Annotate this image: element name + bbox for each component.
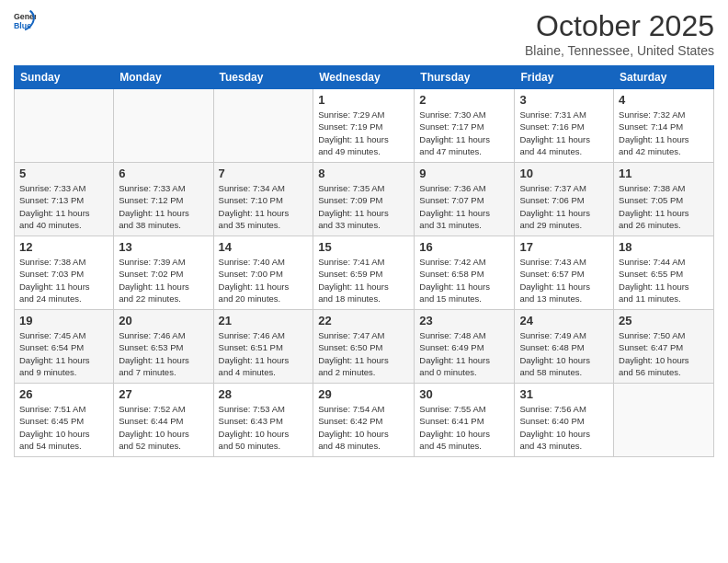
day-info: Sunrise: 7:34 AM Sunset: 7:10 PM Dayligh… xyxy=(219,182,309,231)
table-row: 2Sunrise: 7:30 AM Sunset: 7:17 PM Daylig… xyxy=(415,89,515,163)
day-info: Sunrise: 7:44 AM Sunset: 6:55 PM Dayligh… xyxy=(619,256,709,304)
day-number: 25 xyxy=(619,314,709,327)
col-tuesday: Tuesday xyxy=(213,66,313,89)
calendar-week-row: 26Sunrise: 7:51 AM Sunset: 6:45 PM Dayli… xyxy=(15,384,714,457)
table-row: 8Sunrise: 7:35 AM Sunset: 7:09 PM Daylig… xyxy=(313,163,415,236)
day-number: 5 xyxy=(19,167,108,180)
day-info: Sunrise: 7:38 AM Sunset: 7:03 PM Dayligh… xyxy=(19,256,108,304)
table-row: 31Sunrise: 7:56 AM Sunset: 6:40 PM Dayli… xyxy=(515,384,614,457)
page-container: General Blue October 2025 Blaine, Tennes… xyxy=(0,0,728,563)
col-wednesday: Wednesday xyxy=(313,66,415,89)
day-info: Sunrise: 7:30 AM Sunset: 7:17 PM Dayligh… xyxy=(419,109,509,157)
day-number: 22 xyxy=(318,314,409,327)
table-row: 18Sunrise: 7:44 AM Sunset: 6:55 PM Dayli… xyxy=(614,236,714,310)
day-info: Sunrise: 7:46 AM Sunset: 6:53 PM Dayligh… xyxy=(119,329,208,378)
table-row: 30Sunrise: 7:55 AM Sunset: 6:41 PM Dayli… xyxy=(415,384,515,457)
day-info: Sunrise: 7:49 AM Sunset: 6:48 PM Dayligh… xyxy=(519,329,609,378)
day-info: Sunrise: 7:40 AM Sunset: 7:00 PM Dayligh… xyxy=(219,256,309,304)
col-saturday: Saturday xyxy=(614,66,714,89)
table-row: 24Sunrise: 7:49 AM Sunset: 6:48 PM Dayli… xyxy=(515,310,614,384)
day-info: Sunrise: 7:47 AM Sunset: 6:50 PM Dayligh… xyxy=(318,329,409,378)
month-title: October 2025 xyxy=(525,9,714,43)
day-number: 6 xyxy=(119,167,208,180)
day-info: Sunrise: 7:56 AM Sunset: 6:40 PM Dayligh… xyxy=(519,403,609,452)
day-info: Sunrise: 7:45 AM Sunset: 6:54 PM Dayligh… xyxy=(19,329,108,378)
day-info: Sunrise: 7:52 AM Sunset: 6:44 PM Dayligh… xyxy=(119,403,208,452)
calendar-week-row: 19Sunrise: 7:45 AM Sunset: 6:54 PM Dayli… xyxy=(15,310,714,384)
day-number: 31 xyxy=(519,387,609,401)
day-number: 21 xyxy=(219,314,309,327)
day-info: Sunrise: 7:54 AM Sunset: 6:42 PM Dayligh… xyxy=(318,403,409,452)
table-row: 10Sunrise: 7:37 AM Sunset: 7:06 PM Dayli… xyxy=(515,163,614,236)
table-row: 22Sunrise: 7:47 AM Sunset: 6:50 PM Dayli… xyxy=(313,310,415,384)
table-row: 7Sunrise: 7:34 AM Sunset: 7:10 PM Daylig… xyxy=(213,163,313,236)
table-row: 4Sunrise: 7:32 AM Sunset: 7:14 PM Daylig… xyxy=(614,89,714,163)
table-row: 9Sunrise: 7:36 AM Sunset: 7:07 PM Daylig… xyxy=(415,163,515,236)
table-row: 12Sunrise: 7:38 AM Sunset: 7:03 PM Dayli… xyxy=(15,236,114,310)
day-info: Sunrise: 7:31 AM Sunset: 7:16 PM Dayligh… xyxy=(519,109,609,157)
table-row: 1Sunrise: 7:29 AM Sunset: 7:19 PM Daylig… xyxy=(313,89,415,163)
day-info: Sunrise: 7:46 AM Sunset: 6:51 PM Dayligh… xyxy=(219,329,309,378)
calendar-week-row: 1Sunrise: 7:29 AM Sunset: 7:19 PM Daylig… xyxy=(15,89,714,163)
calendar-week-row: 12Sunrise: 7:38 AM Sunset: 7:03 PM Dayli… xyxy=(15,236,714,310)
day-info: Sunrise: 7:36 AM Sunset: 7:07 PM Dayligh… xyxy=(419,182,509,231)
day-number: 23 xyxy=(419,314,509,327)
day-info: Sunrise: 7:35 AM Sunset: 7:09 PM Dayligh… xyxy=(318,182,409,231)
day-number: 13 xyxy=(119,240,208,254)
page-header: General Blue October 2025 Blaine, Tennes… xyxy=(14,9,714,58)
table-row: 19Sunrise: 7:45 AM Sunset: 6:54 PM Dayli… xyxy=(15,310,114,384)
table-row: 27Sunrise: 7:52 AM Sunset: 6:44 PM Dayli… xyxy=(114,384,213,457)
day-info: Sunrise: 7:55 AM Sunset: 6:41 PM Dayligh… xyxy=(419,403,509,452)
table-row: 14Sunrise: 7:40 AM Sunset: 7:00 PM Dayli… xyxy=(213,236,313,310)
day-info: Sunrise: 7:48 AM Sunset: 6:49 PM Dayligh… xyxy=(419,329,509,378)
table-row: 23Sunrise: 7:48 AM Sunset: 6:49 PM Dayli… xyxy=(415,310,515,384)
logo: General Blue xyxy=(14,9,36,31)
day-info: Sunrise: 7:38 AM Sunset: 7:05 PM Dayligh… xyxy=(619,182,709,231)
day-number: 24 xyxy=(519,314,609,327)
day-number: 28 xyxy=(219,387,309,401)
table-row: 6Sunrise: 7:33 AM Sunset: 7:12 PM Daylig… xyxy=(114,163,213,236)
day-number: 17 xyxy=(519,240,609,254)
logo-icon: General Blue xyxy=(14,9,36,31)
day-info: Sunrise: 7:33 AM Sunset: 7:13 PM Dayligh… xyxy=(19,182,108,231)
day-number: 10 xyxy=(519,167,609,180)
day-number: 4 xyxy=(619,93,709,107)
table-row xyxy=(614,384,714,457)
day-number: 19 xyxy=(19,314,108,327)
table-row xyxy=(213,89,313,163)
day-number: 11 xyxy=(619,167,709,180)
location: Blaine, Tennessee, United States xyxy=(525,43,714,58)
table-row: 17Sunrise: 7:43 AM Sunset: 6:57 PM Dayli… xyxy=(515,236,614,310)
table-row: 20Sunrise: 7:46 AM Sunset: 6:53 PM Dayli… xyxy=(114,310,213,384)
table-row: 11Sunrise: 7:38 AM Sunset: 7:05 PM Dayli… xyxy=(614,163,714,236)
day-info: Sunrise: 7:51 AM Sunset: 6:45 PM Dayligh… xyxy=(19,403,108,452)
col-thursday: Thursday xyxy=(415,66,515,89)
day-info: Sunrise: 7:39 AM Sunset: 7:02 PM Dayligh… xyxy=(119,256,208,304)
table-row: 5Sunrise: 7:33 AM Sunset: 7:13 PM Daylig… xyxy=(15,163,114,236)
day-info: Sunrise: 7:50 AM Sunset: 6:47 PM Dayligh… xyxy=(619,329,709,378)
day-number: 26 xyxy=(19,387,108,401)
table-row: 13Sunrise: 7:39 AM Sunset: 7:02 PM Dayli… xyxy=(114,236,213,310)
day-number: 14 xyxy=(219,240,309,254)
day-number: 27 xyxy=(119,387,208,401)
calendar-header-row: Sunday Monday Tuesday Wednesday Thursday… xyxy=(15,66,714,89)
day-info: Sunrise: 7:42 AM Sunset: 6:58 PM Dayligh… xyxy=(419,256,509,304)
day-number: 1 xyxy=(318,93,409,107)
day-info: Sunrise: 7:32 AM Sunset: 7:14 PM Dayligh… xyxy=(619,109,709,157)
calendar-week-row: 5Sunrise: 7:33 AM Sunset: 7:13 PM Daylig… xyxy=(15,163,714,236)
day-number: 20 xyxy=(119,314,208,327)
day-info: Sunrise: 7:53 AM Sunset: 6:43 PM Dayligh… xyxy=(219,403,309,452)
day-number: 3 xyxy=(519,93,609,107)
day-info: Sunrise: 7:33 AM Sunset: 7:12 PM Dayligh… xyxy=(119,182,208,231)
col-sunday: Sunday xyxy=(15,66,114,89)
day-number: 16 xyxy=(419,240,509,254)
day-info: Sunrise: 7:37 AM Sunset: 7:06 PM Dayligh… xyxy=(519,182,609,231)
day-number: 29 xyxy=(318,387,409,401)
table-row: 3Sunrise: 7:31 AM Sunset: 7:16 PM Daylig… xyxy=(515,89,614,163)
day-number: 2 xyxy=(419,93,509,107)
day-number: 30 xyxy=(419,387,509,401)
col-friday: Friday xyxy=(515,66,614,89)
table-row: 16Sunrise: 7:42 AM Sunset: 6:58 PM Dayli… xyxy=(415,236,515,310)
day-info: Sunrise: 7:41 AM Sunset: 6:59 PM Dayligh… xyxy=(318,256,409,304)
day-number: 15 xyxy=(318,240,409,254)
